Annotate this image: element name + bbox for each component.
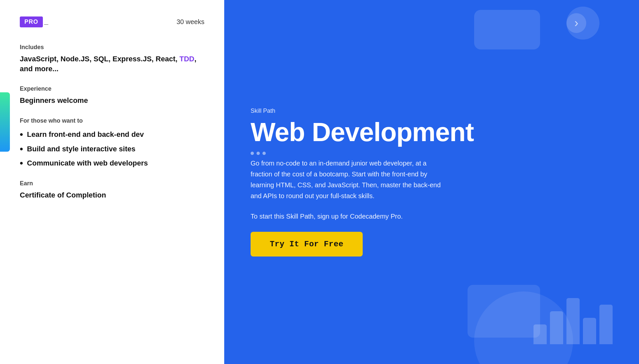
includes-value: JavaScript, Node.JS, SQL, Express.JS, Re… xyxy=(20,54,204,74)
includes-label: Includes xyxy=(20,44,204,51)
deco-bar-5 xyxy=(599,305,613,344)
experience-value: Beginners welcome xyxy=(20,96,204,106)
deco-bar-2 xyxy=(550,311,563,344)
accent-bar xyxy=(0,92,10,152)
experience-section: Experience Beginners welcome xyxy=(20,85,204,106)
for-those-section: For those who want to Learn front-end an… xyxy=(20,117,204,168)
deco-rect-bottom xyxy=(468,285,540,338)
bullet-item-2: Build and style interactive sites xyxy=(20,144,204,154)
weeks-label: 30 weeks xyxy=(177,18,205,26)
card-header: PRO_ 30 weeks xyxy=(20,16,204,27)
earn-label: Earn xyxy=(20,180,204,187)
left-panel: PRO_ 30 weeks Includes JavaScript, Node.… xyxy=(0,0,224,364)
earn-value: Certificate of Completion xyxy=(20,190,204,200)
pro-badge: PRO xyxy=(20,16,43,27)
right-panel: Skill Path Web Development Go from no-co… xyxy=(224,0,639,364)
deco-bar-group xyxy=(533,298,613,344)
deco-bar-3 xyxy=(566,298,580,344)
deco-bar-1 xyxy=(533,324,547,344)
description-text: Go from no-code to an in-demand junior w… xyxy=(251,158,442,201)
for-those-label: For those who want to xyxy=(20,117,204,124)
bullet-item-1: Learn front-end and back-end dev xyxy=(20,130,204,139)
includes-section: Includes JavaScript, Node.JS, SQL, Expre… xyxy=(20,44,204,74)
bullet-item-3: Communicate with web developers xyxy=(20,158,204,168)
deco-chevron-icon xyxy=(566,13,586,33)
deco-rect-top xyxy=(474,10,540,49)
deco-bar-4 xyxy=(583,318,596,344)
bullet-list: Learn front-end and back-end dev Build a… xyxy=(20,130,204,168)
signup-text: To start this Skill Path, sign up for Co… xyxy=(251,211,613,221)
right-content: Skill Path Web Development Go from no-co… xyxy=(251,107,613,257)
earn-section: Earn Certificate of Completion xyxy=(20,180,204,200)
tdd-highlight: TDD xyxy=(179,55,194,63)
pro-badge-group: PRO_ xyxy=(20,16,48,27)
cta-button[interactable]: Try It For Free xyxy=(251,232,363,257)
pro-cursor: _ xyxy=(44,17,48,25)
skill-path-label: Skill Path xyxy=(251,107,613,114)
main-title: Web Development xyxy=(251,118,613,146)
experience-label: Experience xyxy=(20,85,204,92)
